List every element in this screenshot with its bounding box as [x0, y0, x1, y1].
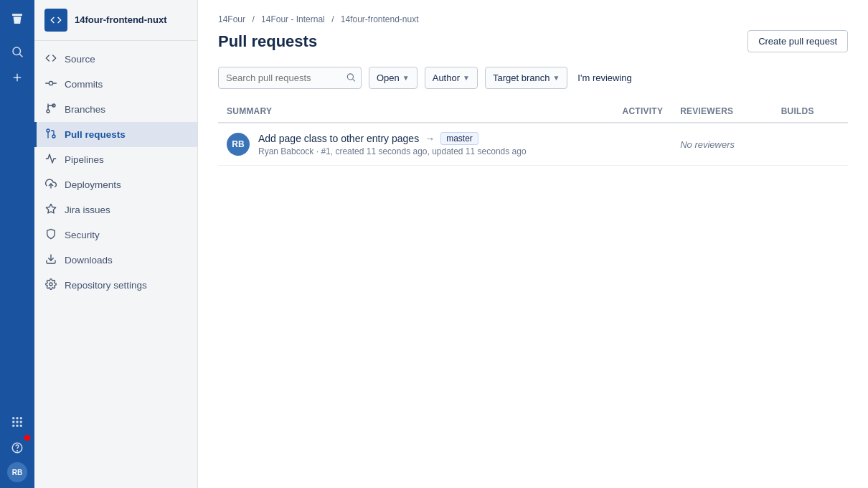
sidebar-item-label-security: Security [65, 230, 100, 240]
sidebar-item-label-pipelines: Pipelines [65, 154, 104, 165]
sidebar-item-label-branches: Branches [65, 104, 105, 115]
branches-icon [44, 103, 57, 116]
svg-line-2 [19, 54, 22, 57]
security-icon [44, 228, 57, 242]
user-avatar-rail[interactable]: RB [7, 462, 27, 482]
commits-icon [44, 78, 57, 91]
sidebar-item-label-deployments: Deployments [65, 179, 121, 190]
svg-rect-5 [12, 417, 14, 419]
pr-table-body: RB Add page class to other entry pages →… [218, 123, 848, 166]
pr-target-branch: master [440, 132, 478, 145]
sidebar-item-label-repository-settings: Repository settings [65, 280, 147, 291]
sidebar-item-branches[interactable]: Branches [34, 97, 197, 122]
sidebar-nav: Source Commits Branches Pull requests Pi [34, 41, 197, 488]
status-chevron-icon: ▼ [402, 74, 410, 82]
help-rail-icon-wrap [6, 436, 29, 459]
svg-rect-11 [12, 425, 14, 427]
filters-bar: Open ▼ Author ▼ Target branch ▼ I'm revi… [218, 67, 848, 89]
breadcrumb-14four[interactable]: 14Four [218, 14, 245, 24]
source-icon [44, 52, 57, 66]
svg-point-27 [347, 73, 353, 79]
status-filter-label: Open [377, 72, 400, 83]
breadcrumb: 14Four / 14Four - Internal / 14four-fron… [218, 14, 848, 24]
sidebar-header: 14four-frontend-nuxt [34, 0, 197, 41]
main-content: 14Four / 14Four - Internal / 14four-fron… [198, 0, 868, 488]
breadcrumb-repo[interactable]: 14four-frontend-nuxt [341, 14, 419, 24]
svg-rect-6 [16, 417, 19, 419]
search-input[interactable] [218, 67, 362, 89]
pr-avatar: RB [227, 133, 250, 156]
sidebar-item-pull-requests[interactable]: Pull requests [34, 122, 197, 147]
deployments-icon [44, 178, 57, 192]
repo-icon [44, 9, 67, 32]
svg-marker-24 [46, 204, 55, 213]
svg-rect-8 [12, 421, 14, 423]
repo-name[interactable]: 14four-frontend-nuxt [75, 14, 167, 27]
sidebar-item-label-commits: Commits [65, 79, 103, 90]
col-builds-header: Builds [773, 100, 848, 123]
pull-requests-icon [44, 128, 57, 141]
search-rail-icon[interactable] [6, 40, 29, 63]
svg-point-1 [13, 47, 21, 55]
col-reviewers-header: Reviewers [671, 100, 772, 123]
svg-line-28 [353, 79, 355, 81]
im-reviewing-filter[interactable]: I'm reviewing [575, 67, 634, 88]
table-header: Summary Activity Reviewers Builds [218, 100, 848, 123]
pr-table: Summary Activity Reviewers Builds RB Add… [218, 100, 848, 166]
downloads-icon [44, 253, 57, 267]
pr-arrow-icon: → [425, 133, 435, 144]
sidebar-item-label-pull-requests: Pull requests [65, 129, 126, 140]
pr-builds-cell [773, 123, 848, 166]
col-summary-header: Summary [218, 100, 596, 123]
bitbucket-logo[interactable] [4, 6, 30, 32]
pr-activity-cell [596, 123, 671, 166]
icon-rail: RB [0, 0, 34, 488]
sidebar-item-label-source: Source [65, 54, 95, 65]
svg-point-26 [49, 283, 52, 286]
sidebar-item-downloads[interactable]: Downloads [34, 248, 197, 273]
col-activity-header: Activity [596, 100, 671, 123]
jira-issues-icon [44, 203, 57, 217]
sidebar-item-commits[interactable]: Commits [34, 72, 197, 97]
sidebar-item-label-downloads: Downloads [65, 255, 113, 266]
sidebar-item-pipelines[interactable]: Pipelines [34, 147, 197, 172]
svg-point-16 [49, 81, 52, 85]
pr-title-link[interactable]: Add page class to other entry pages [258, 133, 419, 144]
page-header: Pull requests Create pull request [218, 30, 848, 52]
svg-rect-9 [16, 421, 19, 423]
svg-rect-13 [20, 425, 22, 427]
sidebar-item-label-jira-issues: Jira issues [65, 205, 110, 215]
sidebar-item-security[interactable]: Security [34, 222, 197, 248]
pr-reviewers-cell: No reviewers [671, 123, 772, 166]
svg-rect-12 [16, 425, 19, 427]
create-pull-request-button[interactable]: Create pull request [747, 30, 848, 52]
notification-dot [24, 435, 30, 441]
svg-rect-10 [20, 421, 22, 423]
sidebar-item-jira-issues[interactable]: Jira issues [34, 197, 197, 222]
sidebar: 14four-frontend-nuxt Source Commits Bran… [34, 0, 198, 488]
svg-rect-7 [20, 417, 22, 419]
sidebar-item-repository-settings[interactable]: Repository settings [34, 273, 197, 298]
table-row: RB Add page class to other entry pages →… [218, 123, 848, 166]
target-branch-chevron-icon: ▼ [552, 74, 560, 82]
pr-info: Add page class to other entry pages → ma… [258, 132, 527, 156]
apps-rail-icon[interactable] [6, 410, 29, 433]
repository-settings-icon [44, 278, 57, 292]
author-chevron-icon: ▼ [463, 74, 470, 82]
status-filter[interactable]: Open ▼ [369, 67, 418, 89]
target-branch-filter-label: Target branch [493, 72, 550, 83]
sidebar-item-source[interactable]: Source [34, 47, 197, 72]
target-branch-filter[interactable]: Target branch ▼ [485, 67, 567, 89]
breadcrumb-14four-internal[interactable]: 14Four - Internal [261, 14, 325, 24]
no-reviewers-label: No reviewers [680, 139, 735, 150]
pipelines-icon [44, 153, 57, 166]
page-title: Pull requests [218, 32, 317, 51]
author-filter-label: Author [433, 72, 460, 83]
pr-meta: Ryan Babcock · #1, created 11 seconds ag… [258, 146, 527, 156]
search-wrap [218, 67, 362, 89]
sidebar-item-deployments[interactable]: Deployments [34, 172, 197, 197]
pr-summary-cell: RB Add page class to other entry pages →… [218, 123, 596, 166]
search-button[interactable] [346, 72, 356, 84]
author-filter[interactable]: Author ▼ [425, 67, 478, 89]
create-rail-icon[interactable] [6, 66, 29, 89]
